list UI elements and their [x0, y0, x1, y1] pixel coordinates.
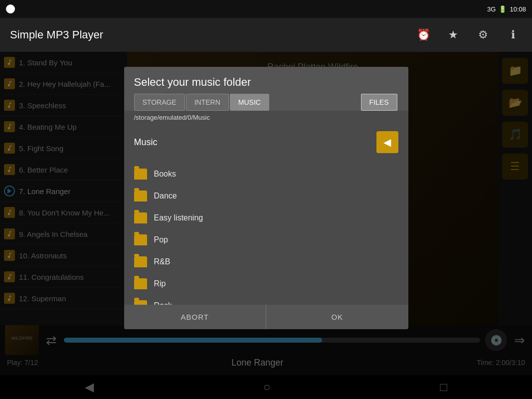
folder-icon [134, 191, 147, 201]
intern-tab[interactable]: INTERN [186, 94, 229, 111]
folder-icon [134, 256, 147, 267]
modal-overlay: Select your music folder STORAGE INTERN … [0, 52, 532, 399]
folder-name-label: Rock [154, 301, 172, 305]
modal-folder-list: BooksDanceEasy listeningPopR&BRipRockSpe… [124, 160, 408, 305]
modal-folder-item[interactable]: Easy listening [124, 207, 408, 229]
modal-tabs: STORAGE INTERN MUSIC FILES [124, 94, 408, 111]
modal-folder-item[interactable]: Rock [124, 295, 408, 305]
top-bar: Simple MP3 Player ⏰ ★ ⚙ ℹ [0, 18, 532, 52]
status-bar: 3G 🔋 10:08 [0, 0, 532, 18]
modal-folder-item[interactable]: Pop [124, 229, 408, 251]
star-icon[interactable]: ★ [444, 26, 462, 44]
wifi-icon [6, 4, 15, 13]
modal-path: /storage/emulated/0/Music [124, 111, 408, 124]
app-title: Simple MP3 Player [10, 28, 103, 41]
folder-icon [134, 169, 147, 180]
abort-button[interactable]: ABORT [124, 305, 266, 329]
modal-footer: ABORT OK [124, 305, 408, 329]
modal-header: Select your music folder [124, 67, 408, 94]
folder-name-label: Pop [154, 235, 168, 244]
folder-name-label: Books [154, 170, 176, 179]
info-icon[interactable]: ℹ [504, 26, 522, 44]
modal-folder-item[interactable]: Books [124, 163, 408, 185]
settings-icon[interactable]: ⚙ [474, 26, 492, 44]
storage-tab[interactable]: STORAGE [134, 94, 185, 111]
select-folder-modal: Select your music folder STORAGE INTERN … [124, 67, 408, 329]
folder-icon [134, 212, 147, 223]
battery-icon: 🔋 [499, 5, 507, 13]
music-tab[interactable]: MUSIC [230, 94, 269, 111]
time-label: 10:08 [510, 5, 526, 13]
main-area: 1. Stand By You2. Hey Hey Hallelujah (Fa… [0, 52, 532, 325]
modal-folder-item[interactable]: Dance [124, 185, 408, 207]
folder-name-label: R&B [154, 257, 171, 266]
folder-icon [134, 300, 147, 305]
top-icons: ⏰ ★ ⚙ ℹ [414, 26, 522, 44]
modal-folder-item[interactable]: R&B [124, 251, 408, 273]
folder-icon [134, 234, 147, 245]
folder-name-label: Dance [154, 192, 177, 200]
modal-folder-name: Music [134, 137, 158, 148]
modal-title: Select your music folder [134, 76, 398, 89]
modal-folder-item[interactable]: Rip [124, 273, 408, 295]
ok-button[interactable]: OK [266, 305, 408, 329]
modal-back-button[interactable]: ◀ [376, 131, 398, 153]
modal-folder-header: Music ◀ [124, 124, 408, 160]
alarm-icon[interactable]: ⏰ [414, 26, 432, 44]
folder-icon [134, 278, 147, 289]
signal-label: 3G [487, 5, 496, 13]
folder-name-label: Rip [154, 279, 166, 288]
folder-name-label: Easy listening [154, 213, 203, 222]
files-tab[interactable]: FILES [361, 94, 397, 111]
